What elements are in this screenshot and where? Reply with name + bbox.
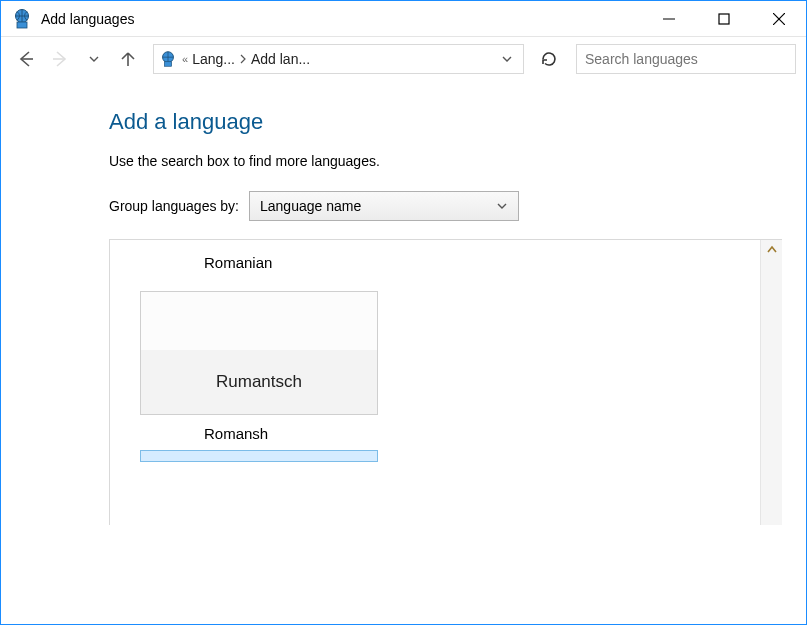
up-button[interactable] <box>113 44 143 74</box>
toolbar: « Lang... Add lan... <box>1 37 806 81</box>
language-native-name: Rumantsch <box>141 350 377 414</box>
chevron-down-icon <box>496 200 508 212</box>
forward-button[interactable] <box>45 44 75 74</box>
search-input[interactable] <box>576 44 796 74</box>
dropdown-value: Language name <box>260 198 361 214</box>
language-group-header: Romanian <box>204 254 730 271</box>
svg-rect-1 <box>17 22 27 28</box>
svg-rect-9 <box>164 62 171 67</box>
breadcrumb-item[interactable]: Lang... <box>192 51 235 67</box>
window-controls <box>641 1 806 36</box>
breadcrumb-sep-icon: « <box>182 53 188 65</box>
scrollbar[interactable] <box>760 240 782 525</box>
chevron-right-icon <box>239 54 247 64</box>
window-title: Add languages <box>41 11 641 27</box>
back-button[interactable] <box>11 44 41 74</box>
refresh-button[interactable] <box>534 44 564 74</box>
breadcrumb-item[interactable]: Add lan... <box>251 51 310 67</box>
maximize-button[interactable] <box>696 1 751 36</box>
content-area: Add a language Use the search box to fin… <box>1 81 806 525</box>
language-list: Romanian Rumantsch Romansh <box>109 239 782 525</box>
minimize-button[interactable] <box>641 1 696 36</box>
page-title: Add a language <box>109 109 782 135</box>
language-english-name: Romansh <box>204 425 730 442</box>
scroll-up-icon[interactable] <box>766 244 778 254</box>
hint-text: Use the search box to find more language… <box>109 153 782 169</box>
group-by-row: Group languages by: Language name <box>109 191 782 221</box>
recent-locations-button[interactable] <box>79 44 109 74</box>
language-tile[interactable] <box>140 450 378 462</box>
language-tile[interactable]: Rumantsch <box>140 291 378 415</box>
group-by-dropdown[interactable]: Language name <box>249 191 519 221</box>
close-button[interactable] <box>751 1 806 36</box>
globe-icon <box>11 8 33 30</box>
titlebar: Add languages <box>1 1 806 37</box>
group-by-label: Group languages by: <box>109 198 239 214</box>
language-scroll-pane[interactable]: Romanian Rumantsch Romansh <box>110 240 760 525</box>
globe-icon <box>158 49 178 69</box>
svg-rect-3 <box>719 14 729 24</box>
chevron-down-icon[interactable] <box>495 53 519 65</box>
breadcrumb-bar[interactable]: « Lang... Add lan... <box>153 44 524 74</box>
